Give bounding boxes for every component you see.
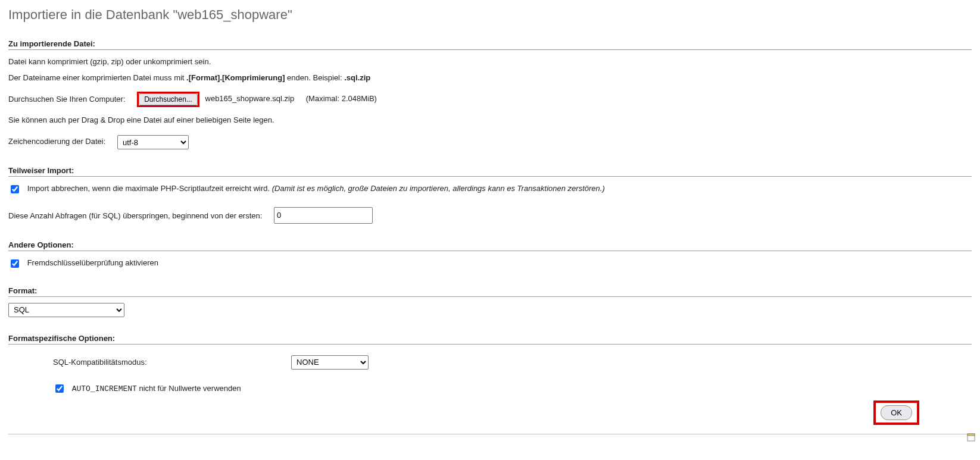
auto-increment-code: AUTO_INCREMENT — [72, 384, 137, 393]
charset-select[interactable]: utf-8 — [117, 135, 189, 149]
fk-checkbox[interactable] — [11, 259, 19, 268]
compat-label: SQL-Kompatibilitätsmodus: — [53, 358, 291, 367]
section-partial-heading: Teilweiser Import: — [8, 166, 972, 177]
skip-label: Diese Anzahl Abfragen (für SQL) überspri… — [8, 211, 262, 220]
skip-input[interactable] — [274, 207, 373, 224]
selected-file-name: web165_shopware.sql.zip — [205, 94, 295, 103]
file-name-pattern-info: Der Dateiname einer komprimierten Datei … — [8, 72, 972, 85]
footer-separator — [8, 434, 972, 434]
ok-button[interactable]: OK — [881, 405, 912, 420]
abort-note: (Damit ist es möglich, große Dateien zu … — [272, 184, 605, 193]
section-format-heading: Format: — [8, 286, 972, 297]
auto-increment-rest: nicht für Nullwerte verwenden — [137, 384, 241, 393]
browse-button[interactable]: Durchsuchen... — [139, 93, 198, 105]
section-other-heading: Andere Optionen: — [8, 240, 972, 251]
auto-increment-checkbox[interactable] — [55, 384, 64, 393]
section-specific-heading: Formatspezifische Optionen: — [8, 334, 972, 345]
format-select[interactable]: SQL — [8, 303, 124, 317]
text-segment: enden. Beispiel: — [285, 73, 345, 82]
file-compress-info: Datei kann komprimiert (gzip, zip) oder … — [8, 56, 972, 68]
page-title: Importiere in die Datenbank "web165_shop… — [8, 7, 972, 23]
abort-label: Import abbrechen, wenn die maximale PHP-… — [27, 184, 272, 193]
browse-highlight: Durchsuchen... — [137, 92, 199, 108]
footer-window-icon[interactable] — [967, 433, 975, 443]
dragdrop-info: Sie können auch per Drag & Drop eine Dat… — [8, 114, 972, 127]
fk-label: Fremdschlüsselüberprüfung aktivieren — [27, 258, 158, 267]
browse-label: Durchsuchen Sie Ihren Computer: — [8, 94, 126, 103]
svg-rect-1 — [967, 434, 975, 436]
ok-highlight: OK — [873, 400, 919, 425]
abort-checkbox[interactable] — [11, 185, 19, 193]
text-segment: Der Dateiname einer komprimierten Datei … — [8, 73, 186, 82]
text-segment-bold: .sql.zip — [344, 73, 370, 82]
text-segment-bold: .[Format].[Komprimierung] — [186, 73, 285, 82]
max-size-label: (Maximal: 2.048MiB) — [306, 94, 377, 103]
section-file-heading: Zu importierende Datei: — [8, 39, 972, 50]
compat-select[interactable]: NONE — [291, 355, 369, 370]
charset-label: Zeichencodierung der Datei: — [8, 137, 105, 146]
